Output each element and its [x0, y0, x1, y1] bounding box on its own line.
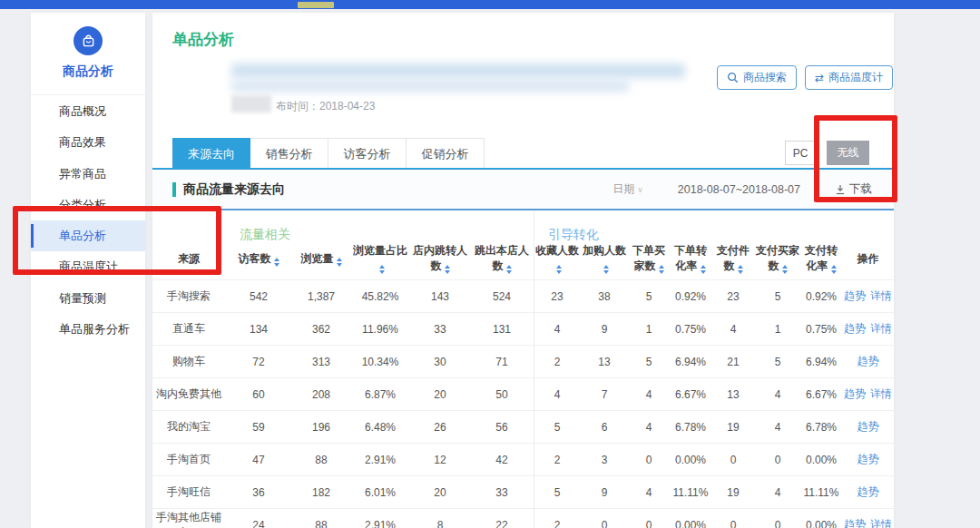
release-date-text: 布时间：2018-04-23	[276, 99, 375, 114]
cell-actions: 趋势	[842, 419, 894, 435]
action-link-趋势[interactable]: 趋势	[858, 420, 879, 433]
tab-来源去向[interactable]: 来源去向	[172, 138, 250, 169]
action-link-趋势[interactable]: 趋势	[858, 355, 879, 367]
cell-value: 20	[410, 388, 470, 401]
action-link-趋势[interactable]: 趋势	[858, 485, 879, 498]
sort-icon[interactable]	[445, 265, 450, 274]
app-window: 商品分析 商品概况商品效果异常商品分类分析单品分析商品温度计销量预测单品服务分析…	[0, 0, 980, 528]
sidebar-title: 商品分析	[31, 64, 145, 80]
cell-value: 4	[628, 421, 670, 434]
cell-source: 手淘首页	[152, 452, 225, 467]
cell-value: 9	[581, 486, 628, 499]
product-image-blurred	[170, 60, 225, 116]
cell-value: 26	[410, 421, 470, 434]
sidebar-item-分类分析[interactable]: 分类分析	[31, 190, 145, 220]
cell-value: 7	[581, 388, 628, 401]
cell-value: 182	[292, 486, 350, 499]
cell-value: 12	[410, 454, 470, 466]
device-toggle: PC 无线	[785, 141, 869, 165]
action-link-趋势[interactable]: 趋势	[858, 453, 879, 465]
pc-toggle-button[interactable]: PC	[785, 141, 816, 165]
sort-icon[interactable]	[701, 265, 706, 274]
sort-icon[interactable]	[274, 258, 279, 267]
sidebar-item-单品分析[interactable]: 单品分析	[31, 220, 145, 251]
cell-value: 0	[755, 519, 800, 528]
product-search-button[interactable]: 商品搜索	[717, 65, 797, 90]
action-link-详情[interactable]: 详情	[870, 518, 892, 528]
sort-icon[interactable]	[659, 265, 664, 274]
cell-value: 2.91%	[350, 519, 410, 528]
column-header-加购人数: 加购人数	[581, 243, 628, 273]
action-link-详情[interactable]: 详情	[870, 289, 892, 302]
chevron-down-icon: ∨	[637, 185, 643, 194]
cell-value: 22	[470, 519, 534, 528]
sort-icon[interactable]	[379, 265, 385, 274]
cell-value: 88	[292, 454, 350, 466]
cell-value: 5	[534, 421, 581, 434]
cell-actions: 趋势	[842, 484, 894, 500]
column-header-收藏人数: 收藏人数	[534, 243, 581, 273]
sort-icon[interactable]	[603, 265, 609, 274]
cell-value: 19	[711, 421, 755, 434]
cell-value: 24	[225, 519, 292, 528]
sidebar-item-商品温度计[interactable]: 商品温度计	[31, 251, 145, 282]
sidebar: 商品分析 商品概况商品效果异常商品分类分析单品分析商品温度计销量预测单品服务分析	[31, 13, 145, 528]
cell-source: 手淘其他店铺商品	[152, 510, 225, 528]
tab-促销分析[interactable]: 促销分析	[407, 138, 485, 169]
tab-访客分析[interactable]: 访客分析	[328, 138, 407, 169]
tab-销售分析[interactable]: 销售分析	[250, 138, 328, 169]
product-subtitle-blur	[231, 81, 629, 92]
sort-icon[interactable]	[782, 265, 788, 274]
cell-value: 4	[755, 421, 800, 434]
date-filter-dropdown[interactable]: 日期∨	[612, 181, 643, 197]
download-button[interactable]: 下载	[835, 181, 872, 197]
sidebar-item-商品概况[interactable]: 商品概况	[31, 96, 145, 127]
sidebar-item-商品效果[interactable]: 商品效果	[31, 127, 145, 158]
sort-icon[interactable]	[831, 265, 837, 274]
action-link-趋势[interactable]: 趋势	[844, 289, 866, 302]
cell-value: 4	[755, 486, 800, 499]
cell-value: 6.78%	[800, 421, 842, 434]
page-title: 单品分析	[172, 29, 234, 50]
product-thermometer-button[interactable]: ⇄ 商品温度计	[805, 65, 893, 90]
cell-source: 直通车	[152, 321, 225, 337]
action-link-详情[interactable]: 详情	[870, 387, 892, 400]
sidebar-item-销量预测[interactable]: 销量预测	[31, 283, 145, 314]
column-header-店内跳转人数: 店内跳转人数	[410, 243, 470, 273]
cell-value: 1,387	[292, 290, 350, 303]
action-link-详情[interactable]: 详情	[870, 322, 892, 335]
action-link-趋势[interactable]: 趋势	[844, 518, 866, 528]
cell-value: 5	[755, 356, 800, 368]
column-header-source: 来源	[152, 251, 225, 266]
cell-value: 2	[534, 454, 581, 466]
cell-value: 6.67%	[800, 388, 842, 401]
sort-icon[interactable]	[506, 265, 512, 274]
cell-value: 542	[225, 290, 292, 303]
action-link-趋势[interactable]: 趋势	[844, 322, 866, 335]
cell-value: 6.67%	[670, 388, 711, 401]
sort-icon[interactable]	[556, 265, 562, 274]
cell-value: 2.91%	[350, 454, 410, 466]
wireless-toggle-button[interactable]: 无线	[827, 141, 869, 165]
action-link-趋势[interactable]: 趋势	[844, 387, 866, 400]
sidebar-item-单品服务分析[interactable]: 单品服务分析	[31, 314, 145, 345]
product-title-blur	[231, 64, 685, 78]
sidebar-item-异常商品[interactable]: 异常商品	[31, 159, 145, 190]
main-content-card: 单品分析 布时间：2018-04-23 商品搜索 ⇄ 商品温度计 来源去向销售分…	[152, 13, 894, 528]
column-header-跳出本店人数: 跳出本店人数	[470, 243, 534, 273]
cell-value: 0	[711, 454, 755, 466]
toolbar: 商品搜索 ⇄ 商品温度计	[717, 65, 893, 90]
cell-value: 3	[581, 454, 628, 466]
column-group-引导转化: 引导转化	[534, 227, 842, 243]
cell-value: 0.00%	[670, 519, 711, 528]
cell-value: 45.82%	[350, 290, 410, 303]
sort-icon[interactable]	[337, 258, 342, 267]
column-header-访客数: 访客数	[225, 251, 292, 267]
cell-value: 6.01%	[350, 486, 410, 499]
cell-value: 56	[470, 421, 534, 434]
cell-value: 23	[534, 290, 581, 303]
cell-value: 42	[470, 454, 534, 466]
table-body: 手淘搜索5421,38745.82%143524233850.92%2350.9…	[152, 279, 894, 528]
sort-icon[interactable]	[738, 265, 743, 274]
cell-value: 4	[534, 388, 581, 401]
